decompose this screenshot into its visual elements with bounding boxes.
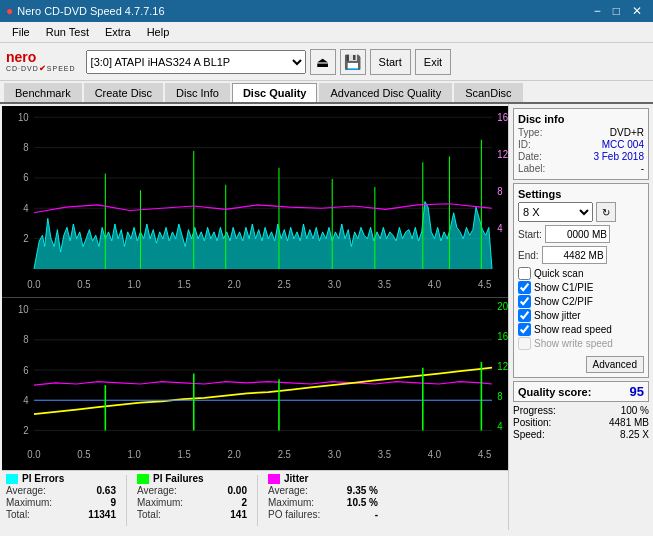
- pi-failures-avg-value: 0.00: [228, 485, 247, 496]
- refresh-button[interactable]: ↻: [596, 202, 616, 222]
- start-button[interactable]: Start: [370, 49, 411, 75]
- eject-button[interactable]: ⏏: [310, 49, 336, 75]
- advanced-button[interactable]: Advanced: [586, 356, 644, 373]
- speed-row: Speed: 8.25 X: [513, 429, 649, 440]
- speed-label: Speed:: [513, 429, 545, 440]
- pi-failures-avg-row: Average: 0.00: [137, 485, 247, 496]
- jitter-stats: Jitter Average: 9.35 % Maximum: 10.5 % P…: [268, 473, 378, 528]
- show-read-speed-row: Show read speed: [518, 323, 644, 336]
- pi-failures-stats: PI Failures Average: 0.00 Maximum: 2 Tot…: [137, 473, 247, 528]
- end-label: End:: [518, 250, 539, 261]
- svg-text:2.5: 2.5: [278, 449, 292, 460]
- menu-extra[interactable]: Extra: [99, 24, 137, 40]
- pi-failures-total-label: Total:: [137, 509, 161, 520]
- progress-section: Progress: 100 % Position: 4481 MB Speed:…: [513, 405, 649, 441]
- end-input[interactable]: [542, 246, 607, 264]
- jitter-po-label: PO failures:: [268, 509, 320, 520]
- quality-score-label: Quality score:: [518, 386, 591, 398]
- title-bar-left: ● Nero CD-DVD Speed 4.7.7.16: [6, 4, 165, 18]
- disc-id-value: MCC 004: [602, 139, 644, 150]
- svg-text:2.5: 2.5: [278, 279, 292, 290]
- svg-text:10: 10: [18, 304, 29, 315]
- start-label: Start:: [518, 229, 542, 240]
- pi-errors-label: PI Errors: [22, 473, 64, 484]
- svg-text:4: 4: [23, 202, 29, 213]
- tab-advanced-disc-quality[interactable]: Advanced Disc Quality: [319, 83, 452, 102]
- tab-disc-quality[interactable]: Disc Quality: [232, 83, 318, 102]
- svg-text:3.0: 3.0: [328, 449, 342, 460]
- menu-run-test[interactable]: Run Test: [40, 24, 95, 40]
- drive-select[interactable]: [3:0] ATAPI iHAS324 A BL1P: [86, 50, 306, 74]
- svg-text:10: 10: [18, 111, 29, 122]
- pi-failures-legend: PI Failures: [137, 473, 247, 484]
- toolbar: nero CD·DVD✔SPEED [3:0] ATAPI iHAS324 A …: [0, 43, 653, 81]
- save-button[interactable]: 💾: [340, 49, 366, 75]
- show-jitter-row: Show jitter: [518, 309, 644, 322]
- app-title: Nero CD-DVD Speed 4.7.7.16: [17, 5, 164, 17]
- show-jitter-label: Show jitter: [534, 310, 581, 321]
- svg-text:0.0: 0.0: [27, 449, 41, 460]
- svg-text:2.0: 2.0: [228, 449, 242, 460]
- disc-id-row: ID: MCC 004: [518, 139, 644, 150]
- speed-select[interactable]: 8 X 4 X Max: [518, 202, 593, 222]
- show-write-speed-row: Show write speed: [518, 337, 644, 350]
- minimize-button[interactable]: −: [589, 4, 606, 18]
- svg-text:3.0: 3.0: [328, 279, 342, 290]
- tab-benchmark[interactable]: Benchmark: [4, 83, 82, 102]
- maximize-button[interactable]: □: [608, 4, 625, 18]
- menu-file[interactable]: File: [6, 24, 36, 40]
- show-c2-checkbox[interactable]: [518, 295, 531, 308]
- jitter-max-row: Maximum: 10.5 %: [268, 497, 378, 508]
- menu-help[interactable]: Help: [141, 24, 176, 40]
- show-c2-label: Show C2/PIF: [534, 296, 593, 307]
- jitter-label: Jitter: [284, 473, 308, 484]
- pi-errors-avg-row: Average: 0.63: [6, 485, 116, 496]
- svg-text:4: 4: [497, 421, 503, 432]
- disc-label-label: Label:: [518, 163, 545, 174]
- show-read-speed-checkbox[interactable]: [518, 323, 531, 336]
- show-write-speed-label: Show write speed: [534, 338, 613, 349]
- show-jitter-checkbox[interactable]: [518, 309, 531, 322]
- progress-label: Progress:: [513, 405, 556, 416]
- chart-area: 10 8 6 4 2 16 12 8 4: [2, 106, 508, 530]
- pi-errors-legend: PI Errors: [6, 473, 116, 484]
- pi-errors-max-label: Maximum:: [6, 497, 52, 508]
- svg-text:0.5: 0.5: [77, 449, 91, 460]
- svg-text:2: 2: [23, 233, 28, 244]
- quick-scan-label: Quick scan: [534, 268, 583, 279]
- svg-text:12: 12: [497, 148, 508, 159]
- disc-info-section: Disc info Type: DVD+R ID: MCC 004 Date: …: [513, 108, 649, 180]
- app-icon: ●: [6, 4, 13, 18]
- jitter-max-value: 10.5 %: [347, 497, 378, 508]
- svg-text:2.0: 2.0: [228, 279, 242, 290]
- title-bar-controls[interactable]: − □ ✕: [589, 4, 647, 18]
- svg-text:0.0: 0.0: [27, 279, 41, 290]
- pi-errors-total-row: Total: 11341: [6, 509, 116, 520]
- tab-disc-info[interactable]: Disc Info: [165, 83, 230, 102]
- position-label: Position:: [513, 417, 551, 428]
- right-panel: Disc info Type: DVD+R ID: MCC 004 Date: …: [508, 104, 653, 530]
- divider-1: [126, 475, 127, 526]
- svg-text:4.5: 4.5: [478, 279, 492, 290]
- tab-create-disc[interactable]: Create Disc: [84, 83, 163, 102]
- close-button[interactable]: ✕: [627, 4, 647, 18]
- show-c1-checkbox[interactable]: [518, 281, 531, 294]
- progress-row: Progress: 100 %: [513, 405, 649, 416]
- exit-button[interactable]: Exit: [415, 49, 451, 75]
- disc-id-label: ID:: [518, 139, 531, 150]
- svg-text:1.0: 1.0: [127, 279, 141, 290]
- quality-score-value: 95: [630, 384, 644, 399]
- pi-errors-avg-value: 0.63: [97, 485, 116, 496]
- jitter-color: [268, 474, 280, 484]
- quick-scan-checkbox[interactable]: [518, 267, 531, 280]
- nero-subtitle: CD·DVD✔SPEED: [6, 64, 76, 73]
- tab-scandisc[interactable]: ScanDisc: [454, 83, 522, 102]
- jitter-po-value: -: [375, 509, 378, 520]
- svg-text:4.0: 4.0: [428, 279, 442, 290]
- disc-type-label: Type:: [518, 127, 542, 138]
- svg-text:1.5: 1.5: [178, 279, 192, 290]
- start-input[interactable]: [545, 225, 610, 243]
- chart-top-svg: 10 8 6 4 2 16 12 8 4: [2, 106, 508, 297]
- svg-text:12: 12: [497, 361, 508, 372]
- main-content: 10 8 6 4 2 16 12 8 4: [0, 104, 653, 530]
